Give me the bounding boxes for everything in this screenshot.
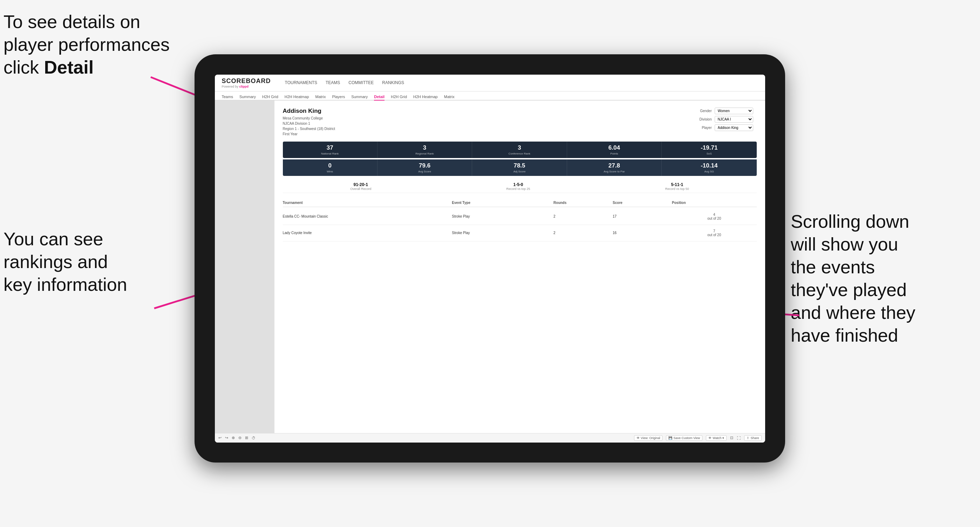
record-top25-value: 1-5-0: [506, 182, 530, 187]
record-top25-label: Record vs top 25: [506, 187, 530, 190]
gender-filter: Gender Women Men: [694, 108, 757, 114]
stat-wins: 0 Wins: [283, 159, 377, 176]
view-original-icon: 👁: [636, 436, 640, 440]
fullscreen-icon[interactable]: ⛶: [737, 436, 741, 440]
redo-icon[interactable]: ↪: [225, 435, 228, 440]
stat-value-avg-score: 79.6: [380, 162, 470, 169]
subnav-summary2[interactable]: Summary: [351, 94, 368, 100]
player-filter-label: Player: [694, 126, 712, 130]
share-icon: ⇧: [746, 436, 749, 440]
subnav-matrix[interactable]: Matrix: [315, 94, 326, 100]
subnav-h2hheatmap[interactable]: H2H Heatmap: [285, 94, 309, 100]
stat-value-wins: 0: [285, 162, 375, 169]
record-top50: 5-11-1 Record vs top 50: [665, 182, 689, 190]
nav-committee[interactable]: COMMITTEE: [348, 79, 374, 86]
table-header: Tournament Event Type Rounds Score Posit…: [283, 199, 757, 207]
save-icon: 💾: [668, 436, 672, 440]
stats-row1: 37 National Rank 3 Regional Rank 3 Confe…: [283, 141, 757, 158]
stat-avg-score: 79.6 Avg Score: [377, 159, 472, 176]
stat-value-avg-sg: -10.14: [664, 162, 754, 169]
player-select[interactable]: Addison King: [715, 124, 753, 131]
gender-select[interactable]: Women Men: [715, 108, 753, 114]
nav-rankings[interactable]: RANKINGS: [382, 79, 404, 86]
th-event-type: Event Type: [452, 201, 554, 205]
stat-value-conference: 3: [474, 144, 564, 151]
table-row: Estella CC- Mountain Classic Stroke Play…: [283, 208, 757, 225]
stat-label-adj-score: Adj Score: [474, 170, 564, 173]
division-label: Division: [694, 117, 712, 121]
stat-label-national: National Rank: [285, 152, 375, 155]
watch-chevron-icon: ▾: [722, 436, 724, 440]
subnav-teams[interactable]: Teams: [222, 94, 233, 100]
player-info: Addison King Mesa Community College NJCA…: [283, 108, 336, 137]
nav-teams[interactable]: TEAMS: [326, 79, 340, 86]
stat-label-conference: Conference Rank: [474, 152, 564, 155]
subnav-detail[interactable]: Detail: [374, 94, 385, 100]
share-label: Share: [751, 436, 759, 440]
subnav-h2hgrid2[interactable]: H2H Grid: [391, 94, 407, 100]
stat-national-rank: 37 National Rank: [283, 141, 377, 158]
sub-nav: Teams Summary H2H Grid H2H Heatmap Matri…: [215, 92, 765, 100]
stat-avg-sg: -10.14 Avg SG: [662, 159, 756, 176]
top-nav: SCOREBOARD Powered by clippd TOURNAMENTS…: [215, 75, 765, 92]
nav-tournaments[interactable]: TOURNAMENTS: [285, 79, 317, 86]
subnav-h2hgrid[interactable]: H2H Grid: [262, 94, 278, 100]
player-year: First Year: [283, 132, 336, 137]
layout-icon[interactable]: ⊞: [245, 435, 248, 440]
td-event-type-2: Stroke Play: [452, 231, 554, 235]
player-college: Mesa Community College: [283, 116, 336, 121]
undo-icon[interactable]: ↩: [218, 435, 221, 440]
bottom-toolbar: ↩ ↪ ⊕ ⊖ ⊞ ⏱ 👁 View: Original 💾 Save Cust…: [215, 433, 765, 443]
tablet-frame: SCOREBOARD Powered by clippd TOURNAMENTS…: [194, 54, 785, 462]
td-rounds-2: 2: [554, 231, 612, 235]
th-rounds: Rounds: [554, 201, 612, 205]
player-filter: Player Addison King: [694, 124, 757, 131]
watch-label: Watch: [713, 436, 721, 440]
subnav-matrix2[interactable]: Matrix: [444, 94, 455, 100]
stat-value-avg-score-par: 27.8: [569, 162, 659, 169]
td-tournament-1: Estella CC- Mountain Classic: [283, 214, 452, 218]
stat-label-sos: SoS: [664, 152, 754, 155]
view-original-button[interactable]: 👁 View: Original: [634, 435, 662, 441]
stats-row2: 0 Wins 79.6 Avg Score 78.5 Adj Score 27.…: [283, 159, 757, 176]
stat-avg-score-par: 27.8 Avg Score to Par: [567, 159, 662, 176]
td-score-1: 17: [612, 214, 672, 218]
main-content: Addison King Mesa Community College NJCA…: [215, 100, 765, 433]
td-position-1: 4out of 20: [672, 213, 756, 221]
clock-icon[interactable]: ⏱: [252, 436, 256, 440]
player-filters: Gender Women Men Division NJCAA I NJCAA …: [694, 108, 757, 131]
th-position: Position: [672, 201, 756, 205]
stat-label-avg-sg: Avg SG: [664, 170, 754, 173]
tablet-screen: SCOREBOARD Powered by clippd TOURNAMENTS…: [215, 75, 765, 443]
annotation-bottomleft: You can see rankings and key information: [3, 228, 172, 296]
watch-button[interactable]: 👁 Watch ▾: [706, 435, 727, 441]
tablet-icon[interactable]: ⊡: [730, 435, 733, 440]
subnav-h2hheatmap2[interactable]: H2H Heatmap: [413, 94, 438, 100]
logo-scoreboard: SCOREBOARD: [222, 78, 271, 85]
annotation-detail-bold: Detail: [44, 57, 94, 78]
gender-label: Gender: [694, 109, 712, 113]
logo-powered: Powered by clippd: [222, 85, 271, 88]
zoom-out-icon[interactable]: ⊖: [238, 435, 242, 440]
annotation-topleft: To see details on player performances cl…: [3, 11, 186, 79]
subnav-summary[interactable]: Summary: [239, 94, 256, 100]
save-custom-button[interactable]: 💾 Save Custom View: [666, 435, 702, 441]
stat-value-national: 37: [285, 144, 375, 151]
th-score: Score: [612, 201, 672, 205]
td-score-2: 16: [612, 231, 672, 235]
view-original-label: View: Original: [641, 436, 660, 440]
share-button[interactable]: ⇧ Share: [744, 435, 761, 441]
logo-brand: clippd: [239, 85, 249, 88]
th-tournament: Tournament: [283, 201, 452, 205]
record-top50-value: 5-11-1: [665, 182, 689, 187]
player-region: Region 1 - Southwest (18) District: [283, 126, 336, 132]
records-row: 91-20-1 Overall Record 1-5-0 Record vs t…: [283, 180, 757, 193]
player-division: NJCAA Division 1: [283, 121, 336, 126]
main-nav: TOURNAMENTS TEAMS COMMITTEE RANKINGS: [285, 79, 404, 86]
subnav-players[interactable]: Players: [332, 94, 345, 100]
zoom-in-icon[interactable]: ⊕: [232, 435, 235, 440]
stat-label-regional: Regional Rank: [380, 152, 470, 155]
save-custom-label: Save Custom View: [673, 436, 700, 440]
stat-value-regional: 3: [380, 144, 470, 151]
division-select[interactable]: NJCAA I NJCAA II: [715, 116, 753, 123]
